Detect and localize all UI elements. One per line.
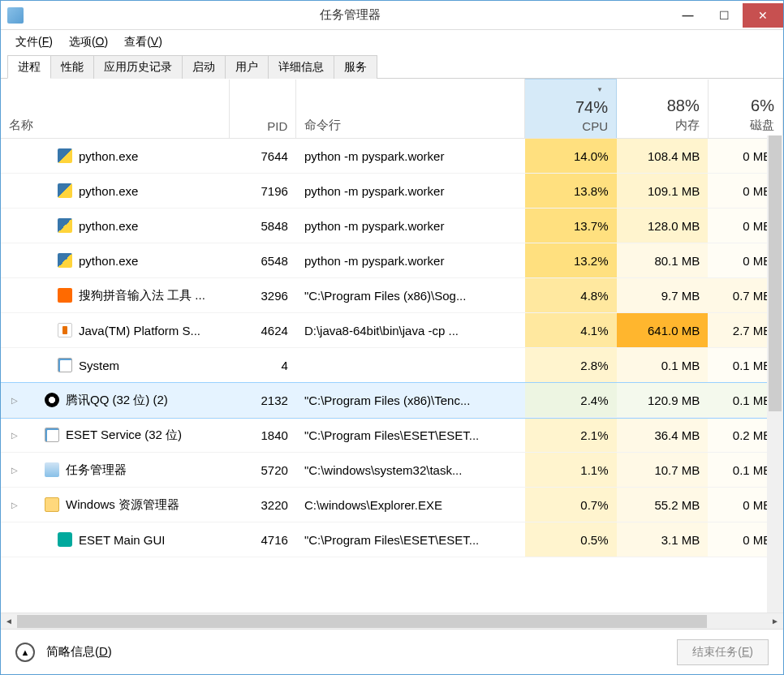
th-pid[interactable]: PID (230, 80, 296, 139)
table-row[interactable]: ▷腾讯QQ (32 位) (2)2132"C:\Program Files (x… (1, 383, 783, 418)
cmd-cell: "C:\Program Files (x86)\Tenc... (296, 383, 525, 418)
tab-services[interactable]: 服务 (334, 55, 377, 79)
pid-cell: 6548 (230, 243, 296, 278)
vertical-scrollbar[interactable] (767, 135, 783, 613)
scroll-left-button[interactable]: ◄ (1, 613, 17, 630)
pid-cell: 5848 (230, 209, 296, 243)
process-icon (58, 253, 72, 268)
mem-cell: 10.7 MB (617, 453, 709, 488)
th-cmd[interactable]: 命令行 (296, 80, 525, 139)
pid-cell: 4624 (230, 313, 296, 348)
pid-cell: 3296 (230, 278, 296, 313)
cpu-cell: 13.7% (525, 209, 617, 243)
titlebar: 任务管理器 — ☐ ✕ (1, 1, 783, 30)
collapse-details-button[interactable]: ▲ (15, 643, 35, 662)
cmd-cell: C:\windows\Explorer.EXE (296, 488, 525, 522)
chevron-up-icon: ▲ (21, 647, 30, 657)
cmd-cell: "C:\Program Files\ESET\ESET... (296, 418, 525, 453)
th-mem[interactable]: 88% 内存 (617, 80, 709, 139)
cpu-cell: 13.2% (525, 243, 617, 278)
tabbar: 进程 性能 应用历史记录 启动 用户 详细信息 服务 (1, 54, 783, 79)
minimize-button[interactable]: — (670, 3, 706, 28)
table-row[interactable]: python.exe7196python -m pyspark.worker13… (1, 174, 783, 209)
cmd-cell: "C:\Program Files (x86)\Sog... (296, 278, 525, 313)
table-row[interactable]: python.exe7644python -m pyspark.worker14… (1, 139, 783, 174)
process-name: python.exe (79, 254, 138, 268)
cpu-cell: 0.7% (525, 488, 617, 522)
pid-cell: 7196 (230, 174, 296, 209)
expand-icon[interactable]: ▷ (9, 466, 20, 475)
end-task-button[interactable]: 结束任务(E) (677, 639, 769, 665)
table-row[interactable]: python.exe5848python -m pyspark.worker13… (1, 209, 783, 243)
table-row[interactable]: 搜狗拼音输入法 工具 ...3296"C:\Program Files (x86… (1, 278, 783, 313)
table-row[interactable]: ▷ESET Service (32 位)1840"C:\Program File… (1, 418, 783, 453)
window-title: 任务管理器 (30, 7, 670, 23)
menu-file[interactable]: 文件(F) (9, 32, 59, 52)
mem-cell: 108.4 MB (617, 139, 709, 174)
process-name: 任务管理器 (66, 462, 127, 478)
maximize-button[interactable]: ☐ (706, 3, 743, 28)
expand-icon[interactable]: ▷ (9, 396, 20, 405)
process-name: python.exe (79, 149, 138, 163)
process-name: 腾讯QQ (32 位) (2) (66, 393, 168, 408)
tab-processes[interactable]: 进程 (7, 55, 51, 79)
tab-app-history[interactable]: 应用历史记录 (93, 55, 183, 79)
cmd-cell: python -m pyspark.worker (296, 243, 525, 278)
process-name: Windows 资源管理器 (66, 497, 179, 513)
scroll-right-button[interactable]: ► (767, 613, 783, 630)
cpu-cell: 13.8% (525, 174, 617, 209)
cmd-cell: python -m pyspark.worker (296, 139, 525, 174)
brief-info-link[interactable]: 简略信息(D) (46, 644, 666, 660)
tab-details[interactable]: 详细信息 (268, 55, 334, 79)
pid-cell: 5720 (230, 453, 296, 488)
table-row[interactable]: System42.8%0.1 MB0.1 MB/ (1, 348, 783, 383)
menu-view[interactable]: 查看(V) (118, 32, 169, 52)
process-icon (58, 323, 72, 338)
process-name: ESET Main GUI (79, 533, 165, 547)
process-icon (58, 358, 72, 372)
process-icon (45, 393, 59, 407)
menubar: 文件(F) 选项(O) 查看(V) (1, 30, 783, 54)
process-name: python.exe (79, 219, 138, 233)
cpu-cell: 14.0% (525, 139, 617, 174)
process-name: python.exe (79, 184, 138, 198)
footer: ▲ 简略信息(D) 结束任务(E) (1, 629, 783, 674)
close-button[interactable]: ✕ (743, 3, 783, 28)
mem-cell: 128.0 MB (617, 209, 709, 243)
th-cpu[interactable]: ▼ 74% CPU (525, 80, 617, 139)
pid-cell: 4 (230, 348, 296, 383)
pid-cell: 7644 (230, 139, 296, 174)
process-icon (58, 532, 72, 547)
mem-cell: 3.1 MB (617, 522, 709, 557)
process-name: Java(TM) Platform S... (79, 324, 200, 338)
table-row[interactable]: ▷任务管理器5720"C:\windows\system32\task...1.… (1, 453, 783, 488)
cmd-cell (296, 348, 525, 383)
mem-cell: 109.1 MB (617, 174, 709, 209)
expand-icon[interactable]: ▷ (9, 501, 20, 509)
app-icon (7, 7, 24, 24)
table-row[interactable]: python.exe6548python -m pyspark.worker13… (1, 243, 783, 278)
process-icon (45, 462, 59, 477)
cmd-cell: python -m pyspark.worker (296, 174, 525, 209)
table-row[interactable]: Java(TM) Platform S...4624D:\java8-64bit… (1, 313, 783, 348)
cmd-cell: "C:\windows\system32\task... (296, 453, 525, 488)
expand-icon[interactable]: ▷ (9, 431, 20, 440)
mem-cell: 55.2 MB (617, 488, 709, 522)
cpu-cell: 2.4% (525, 383, 617, 418)
tab-startup[interactable]: 启动 (182, 55, 226, 79)
process-name: 搜狗拼音输入法 工具 ... (79, 288, 205, 303)
tab-performance[interactable]: 性能 (50, 55, 94, 79)
cmd-cell: "C:\Program Files\ESET\ESET... (296, 522, 525, 557)
scrollbar-thumb[interactable] (17, 615, 707, 628)
cpu-cell: 0.5% (525, 522, 617, 557)
table-row[interactable]: ESET Main GUI4716"C:\Program Files\ESET\… (1, 522, 783, 557)
menu-options[interactable]: 选项(O) (62, 32, 114, 52)
pid-cell: 2132 (230, 383, 296, 418)
horizontal-scrollbar[interactable]: ◄ ► (1, 613, 783, 629)
th-name[interactable]: 名称 (1, 80, 230, 139)
tab-users[interactable]: 用户 (225, 55, 269, 79)
th-disk[interactable]: 6% 磁盘 (708, 80, 782, 139)
process-name: ESET Service (32 位) (66, 428, 182, 443)
scrollbar-thumb[interactable] (769, 135, 782, 411)
table-row[interactable]: ▷Windows 资源管理器3220C:\windows\Explorer.EX… (1, 488, 783, 522)
